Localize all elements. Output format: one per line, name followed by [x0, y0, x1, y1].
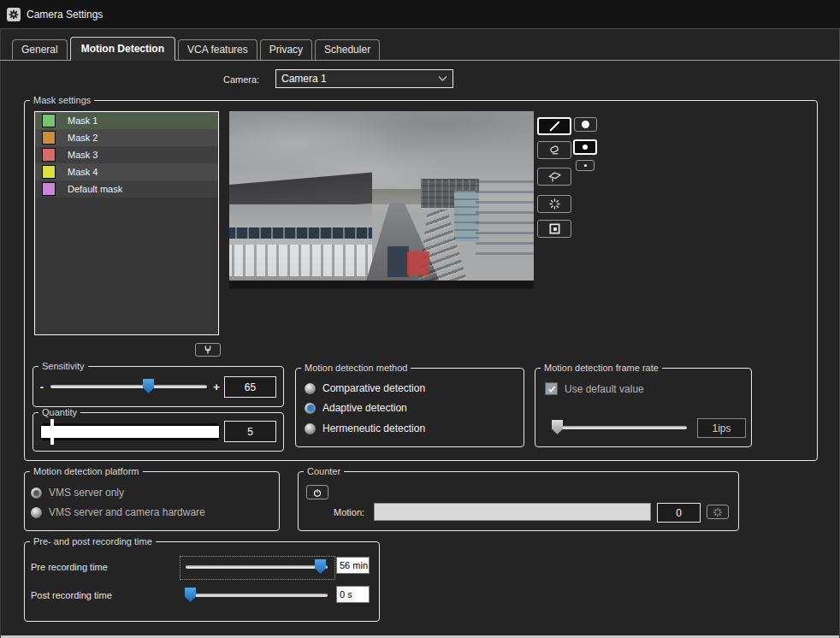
invert-mask-button[interactable] — [537, 220, 571, 238]
eraser-icon — [547, 144, 561, 157]
mask-settings-label: Mask settings — [30, 95, 94, 105]
radio-icon-selected — [305, 403, 316, 414]
mask-color-swatch — [42, 131, 56, 145]
counter-power-button[interactable] — [306, 485, 328, 499]
mask-list-item[interactable]: Default mask — [35, 180, 218, 198]
building-right — [476, 180, 534, 262]
sensitivity-minus[interactable]: - — [36, 381, 48, 393]
invert-icon — [548, 222, 561, 235]
mask-list-item[interactable]: Mask 2 — [35, 129, 218, 146]
small-dot-icon — [584, 164, 587, 167]
quantity-value[interactable]: 5 — [224, 421, 276, 442]
frame-rate-slider-track[interactable] — [553, 426, 687, 429]
radio-hermeneutic-detection[interactable]: Hermeneutic detection — [305, 422, 425, 434]
mask-name: Mask 3 — [68, 150, 98, 160]
quantity-slider-thumb[interactable] — [50, 419, 54, 445]
motion-counter-value[interactable]: 0 — [657, 503, 701, 523]
motion-label: Motion: — [334, 507, 364, 517]
tab-motion-detection[interactable]: Motion Detection — [70, 37, 175, 61]
window-title: Camera Settings — [27, 9, 103, 21]
chevron-down-icon — [438, 75, 447, 82]
method-label: Motion detection method — [301, 363, 411, 373]
radio-comparative-detection[interactable]: Comparative detection — [305, 382, 425, 394]
mask-color-swatch — [42, 148, 56, 162]
sensitivity-plus[interactable]: + — [210, 381, 222, 393]
polygon-tool-button[interactable] — [537, 168, 571, 186]
quantity-label: Quantity — [38, 407, 80, 417]
tab-general[interactable]: General — [12, 39, 68, 60]
sensitivity-label: Sensitivity — [38, 361, 88, 371]
preview-photo — [229, 111, 534, 281]
radio-vms-server-and-camera[interactable]: VMS server and camera hardware — [31, 506, 205, 518]
pre-recording-slider-track[interactable] — [186, 565, 328, 569]
radio-vms-server-only[interactable]: VMS server only — [31, 487, 124, 499]
tab-privacy[interactable]: Privacy — [260, 39, 312, 60]
camera-select[interactable]: Camera 1 — [275, 69, 453, 88]
mask-properties-button[interactable] — [195, 343, 221, 357]
mask-name: Default mask — [68, 184, 122, 194]
kiosk — [387, 246, 409, 277]
mask-name: Mask 1 — [68, 115, 98, 126]
mask-name: Mask 2 — [68, 133, 98, 143]
mask-list-item[interactable]: Mask 1 — [35, 112, 218, 129]
brush-size-medium-button[interactable] — [573, 139, 597, 155]
pen-tool-button[interactable] — [537, 117, 571, 135]
pre-recording-value[interactable]: 56 min — [336, 557, 370, 574]
tab-scheduler[interactable]: Scheduler — [315, 39, 380, 60]
mask-color-swatch — [42, 182, 56, 196]
camera-select-value: Camera 1 — [281, 73, 438, 85]
platform-group: Motion detection platform — [24, 471, 280, 531]
polygon-icon — [547, 170, 562, 183]
storefront-windows — [229, 245, 372, 275]
sensitivity-slider-track[interactable] — [50, 385, 207, 388]
gear-icon — [7, 8, 21, 21]
burst-icon — [548, 198, 561, 210]
mask-list: Mask 1 Mask 2 Mask 3 Mask 4 Default mask — [34, 111, 219, 335]
radio-adaptive-detection[interactable]: Adaptive detection — [305, 402, 407, 414]
building-left — [229, 204, 372, 281]
frame-rate-value[interactable]: 1ips — [697, 418, 746, 438]
checkbox-label: Use default value — [565, 383, 644, 395]
brush-size-large-button[interactable] — [574, 117, 597, 132]
radio-label: Comparative detection — [322, 382, 425, 394]
title-bar: Camera Settings — [0, 0, 840, 29]
motion-mask-region — [407, 251, 429, 275]
frame-rate-label: Motion detection frame rate — [541, 363, 662, 373]
storefront-sign — [229, 227, 372, 239]
quantity-slider-track[interactable] — [40, 425, 220, 439]
post-recording-value[interactable]: 0 s — [336, 586, 370, 603]
eraser-tool-button[interactable] — [537, 141, 571, 159]
sensitivity-value[interactable]: 65 — [224, 376, 276, 398]
radio-label: VMS server only — [49, 487, 124, 499]
wrench-icon — [203, 345, 213, 355]
radio-icon — [31, 507, 42, 518]
camera-preview[interactable] — [229, 111, 534, 289]
mask-color-swatch — [42, 165, 56, 179]
counter-reset-button[interactable] — [707, 505, 729, 519]
motion-level-bar — [374, 503, 651, 521]
tab-bar: General Motion Detection VCA features Pr… — [0, 28, 840, 61]
radio-label: VMS server and camera hardware — [49, 506, 205, 518]
tab-vca-features[interactable]: VCA features — [178, 39, 257, 60]
mask-color-swatch — [42, 114, 56, 127]
radio-icon — [305, 423, 316, 434]
brush-size-small-button[interactable] — [576, 160, 595, 171]
prepost-group: Pre- and post recording time — [24, 541, 380, 622]
mask-list-item[interactable]: Mask 4 — [35, 163, 218, 180]
pre-recording-label: Pre recording time — [31, 562, 108, 572]
mask-name: Mask 4 — [68, 167, 98, 177]
pen-icon — [548, 120, 561, 133]
prepost-label: Pre- and post recording time — [30, 536, 156, 546]
clear-mask-button[interactable] — [537, 195, 571, 213]
mask-list-item[interactable]: Mask 3 — [35, 146, 218, 163]
platform-label: Motion detection platform — [30, 466, 143, 476]
radio-label: Adaptive detection — [322, 402, 407, 414]
large-dot-icon — [582, 121, 589, 128]
post-recording-slider-track[interactable] — [186, 594, 328, 597]
burst-icon — [713, 507, 723, 517]
post-recording-label: Post recording time — [31, 590, 112, 600]
use-default-value-checkbox[interactable]: Use default value — [545, 382, 644, 395]
power-icon — [312, 487, 322, 498]
camera-settings-window: Camera Settings General Motion Detection… — [0, 0, 840, 638]
radio-icon-selected-disabled — [31, 487, 42, 499]
